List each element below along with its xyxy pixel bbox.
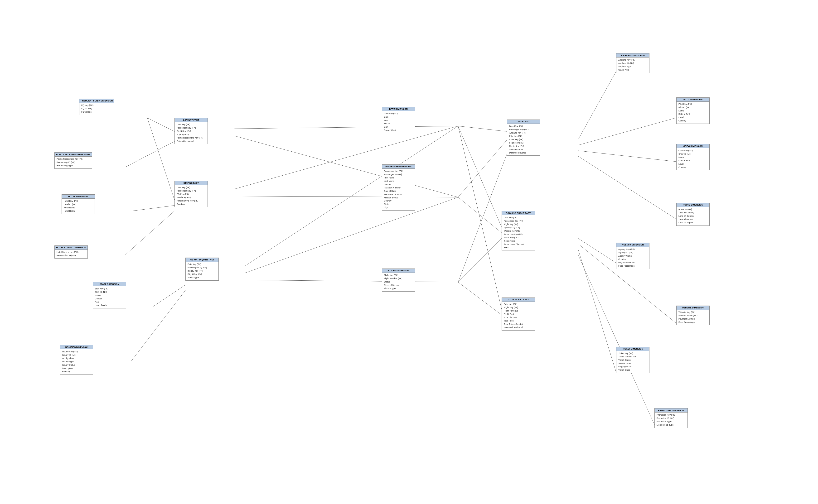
field-airplane_dimension-2: Airplane Type	[618, 65, 647, 68]
field-frequent_flyer_dimension-0: FQ Key (PK)	[81, 104, 112, 107]
entity-body-inquiries_dimension: Inquiry Key (PK)Inquiry ID (NK)Inquiry T…	[60, 349, 93, 374]
entity-booking_flight_fact: BOOKING FLIGHT FACTDate Key (FK)Passenge…	[502, 211, 535, 250]
field-inquiries_dimension-3: Inquiry Type	[62, 360, 91, 364]
field-flight_fact-0: Date Key (FK)	[509, 125, 538, 128]
entity-header-ticket_dimension: TICKET DIMENSION	[616, 347, 649, 351]
field-website_dimension-0: Website Key (PK)	[679, 311, 708, 314]
field-ticket_dimension-5: Ticket Class	[618, 369, 647, 372]
entity-hotel_dimension: HOTEL DIMENSIONHotel Key (PK)Hotel ID (N…	[62, 194, 95, 214]
field-inquiries_dimension-5: Description	[62, 367, 91, 370]
field-route_dimension-4: Land off Airport	[679, 221, 708, 225]
entity-header-agency_dimension: AGENCY DIMENSION	[616, 243, 649, 247]
field-hotel_staying_dimension-0: Hotel Staying Key (PK)	[57, 251, 86, 254]
entity-airplane_dimension: AIRPLANE DIMENSIONAirplane Key (PK)Airpl…	[616, 53, 650, 73]
svg-line-11	[458, 154, 507, 282]
field-pilot_dimension-1: Pilot ID (NK)	[679, 106, 708, 109]
svg-line-28	[153, 285, 185, 307]
field-booking_flight_fact-2: Flight Key (FK)	[504, 223, 533, 226]
svg-line-7	[458, 197, 502, 233]
field-pilot_dimension-2: Name	[679, 109, 708, 113]
svg-line-9	[234, 196, 458, 197]
entity-header-crew_dimension: CREW DIMENSION	[677, 144, 709, 148]
entity-body-agency_dimension: Agency Key (PK)Agency ID (NK)Agency Name…	[616, 247, 649, 269]
field-agency_dimension-4: Payment Method	[618, 261, 647, 264]
field-passenger_dimension-11: City	[384, 206, 413, 209]
entity-body-hotel_dimension: Hotel Key (PK)Hotel ID (NK)Hotel NameHot…	[62, 199, 95, 214]
entity-header-website_dimension: WEBSITE DIMENSION	[677, 306, 709, 310]
field-staying_fact-0: Date Key (FK)	[177, 186, 206, 189]
field-passenger_dimension-7: Membership Status	[384, 193, 413, 196]
entity-header-points_redeeming_dimension: POINTS REDEEMING DIMENSION	[55, 153, 92, 157]
field-staying_fact-3: Hotel Key (FK)	[177, 196, 206, 199]
field-agency_dimension-1: Agency ID (NK)	[618, 251, 647, 254]
entity-header-staff_dimension: STAFF DIMENSION	[93, 282, 126, 286]
entity-body-flight_dimension: Flight Key (PK)Flight Number (NK)StatusC…	[382, 273, 415, 291]
field-passenger_dimension-10: State	[384, 203, 413, 206]
field-hotel_dimension-0: Hotel Key (PK)	[64, 200, 93, 203]
field-agency_dimension-2: Agency Name	[618, 254, 647, 258]
field-inquiries_dimension-4: Inquiry Status	[62, 364, 91, 367]
field-flight_dimension-4: Aircraft Type	[384, 287, 413, 290]
field-staying_fact-1: Passenger Key (FK)	[177, 189, 206, 193]
field-date_dimension-2: Year	[384, 119, 413, 122]
entity-body-staying_fact: Date Key (FK)Passenger Key (FK)FQ Key (F…	[175, 185, 207, 207]
field-flight_dimension-2: Status	[384, 280, 413, 284]
field-points_redeeming_dimension-0: Points Redeeming Key (PK)	[57, 158, 90, 161]
field-flight_fact-6: Route Key (FK)	[509, 145, 538, 148]
svg-line-15	[578, 71, 616, 140]
entity-website_dimension: WEBSITE DIMENSIONWebsite Key (PK)Website…	[676, 306, 710, 325]
entity-header-frequent_flyer_dimension: FREQUENT FLYER DIMENSION	[79, 99, 114, 103]
field-agency_dimension-5: Fees Percentage	[618, 264, 647, 268]
entity-body-date_dimension: Date Key (PK)DateYearMonthDayDay of Week	[382, 111, 415, 133]
field-total_flight_fact-2: Flight Revenue	[504, 309, 533, 313]
field-promotion_dimension-3: Membership Type	[657, 423, 686, 427]
field-website_dimension-1: Website Name (NK)	[679, 314, 708, 317]
field-pilot_dimension-3: Date of Birth	[679, 113, 708, 116]
field-booking_flight_fact-9: Fees	[504, 246, 533, 249]
field-date_dimension-3: Month	[384, 122, 413, 125]
field-booking_flight_fact-6: Ticket Key (FK)	[504, 236, 533, 240]
entity-header-flight_fact: FLIGHT FACT	[507, 120, 540, 124]
entity-body-promotion_dimension: Promotion Key (PK)Promotion ID (NK)Promo…	[655, 413, 688, 428]
entity-report_inquiry_fact: REPORT INQUIRY FACTDate Key (FK)Passenge…	[185, 258, 219, 281]
field-route_dimension-1: Take off Country	[679, 211, 708, 215]
field-promotion_dimension-0: Promotion Key (PK)	[657, 413, 686, 417]
field-ticket_dimension-1: Ticket Number (NK)	[618, 355, 647, 359]
field-route_dimension-3: Take off Airport	[679, 218, 708, 221]
field-frequent_flyer_dimension-2: Fare Basis	[81, 110, 112, 114]
field-flight_fact-7: Seats Number	[509, 148, 538, 151]
field-points_redeeming_dimension-1: Redeeming ID (NK)	[57, 161, 90, 164]
entity-flight_fact: FLIGHT FACTDate Key (FK)Passenger Key (F…	[507, 120, 540, 156]
svg-line-3	[234, 126, 458, 129]
svg-line-22	[578, 255, 655, 425]
field-agency_dimension-0: Agency Key (PK)	[618, 248, 647, 251]
field-pilot_dimension-5: Country	[679, 119, 708, 123]
field-route_dimension-2: Land off Country	[679, 215, 708, 218]
entity-body-crew_dimension: Crew Key (PK)Crew ID (NK)NameDate of Bir…	[677, 148, 709, 170]
field-staying_fact-2: FQ Key (FK)	[177, 193, 206, 196]
svg-line-5	[245, 126, 458, 266]
svg-line-14	[245, 280, 458, 282]
entity-header-promotion_dimension: PROMOTION DIMENSION	[655, 408, 688, 413]
entity-pilot_dimension: PILOT DIMENSIONPilot Key (PK)Pilot ID (N…	[676, 97, 710, 124]
entity-body-loyalty_fact: Date Key (FK)Passenger Key (FK)Flight Ke…	[175, 122, 207, 144]
field-hotel_staying_dimension-1: Reservation ID (NK)	[57, 254, 86, 257]
field-flight_fact-4: Crew Key (FK)	[509, 138, 538, 141]
svg-line-17	[578, 151, 676, 162]
field-flight_dimension-0: Flight Key (PK)	[384, 274, 413, 277]
entity-header-hotel_dimension: HOTEL DIMENSION	[62, 195, 95, 199]
field-total_flight_fact-1: Flight Key (FK)	[504, 306, 533, 309]
entity-staff_dimension: STAFF DIMENSIONStaff Key (PK)Staff ID (N…	[93, 282, 126, 308]
field-hotel_dimension-1: Hotel ID (NK)	[64, 203, 93, 206]
field-website_dimension-2: Payment Method	[679, 317, 708, 321]
svg-line-10	[245, 197, 458, 273]
entity-total_flight_fact: TOTAL FLIGHT FACTDate Key (FK)Flight Key…	[502, 298, 535, 331]
field-crew_dimension-5: Country	[679, 166, 708, 169]
svg-line-24	[147, 118, 174, 200]
field-report_inquiry_fact-4: Staff Key(FK)	[187, 276, 216, 279]
svg-line-19	[578, 238, 616, 263]
field-pilot_dimension-4: Level	[679, 116, 708, 119]
svg-line-25	[125, 141, 174, 167]
entity-inquiries_dimension: INQUIRIES DIMENSIONInquiry Key (PK)Inqui…	[60, 345, 93, 375]
entity-points_redeeming_dimension: POINTS REDEEMING DIMENSIONPoints Redeemi…	[54, 152, 92, 169]
